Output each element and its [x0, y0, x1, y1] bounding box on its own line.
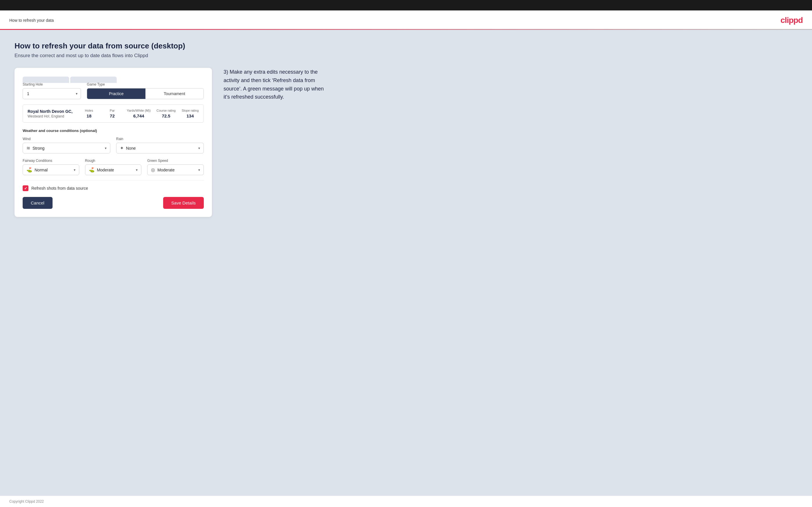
fairway-label: Fairway Conditions	[22, 159, 79, 163]
yards-label: Yards/White (M))	[127, 109, 151, 112]
starting-hole-select[interactable]: 1	[22, 88, 81, 99]
starting-hole-select-wrapper[interactable]: 1 ▾	[22, 88, 81, 99]
rain-value: None	[126, 146, 196, 151]
logo: clippd	[781, 16, 803, 25]
fairway-rough-green-row: Fairway Conditions ⛳ Normal ▾ Rough ⛳	[22, 159, 204, 175]
fairway-select[interactable]: ⛳ Normal ▾	[22, 164, 79, 175]
course-stat-yards: Yards/White (M)) 6,744	[127, 109, 151, 118]
game-type-label: Game Type	[87, 82, 204, 87]
course-stat-course-rating: Course rating 72.5	[156, 109, 175, 118]
fairway-chevron-icon: ▾	[74, 168, 75, 172]
par-label: Par	[104, 109, 121, 112]
rain-chevron-icon: ▾	[198, 146, 200, 150]
course-name: Royal North Devon GC,	[28, 109, 74, 114]
fairway-icon: ⛳	[27, 167, 32, 173]
rain-label: Rain	[116, 137, 204, 141]
course-stat-slope-rating: Slope rating 134	[182, 109, 199, 118]
fairway-value: Normal	[35, 168, 71, 172]
partial-tab-1	[22, 76, 69, 83]
green-speed-chevron-icon: ▾	[198, 168, 200, 172]
game-type-group: Game Type Practice Tournament	[87, 82, 204, 99]
course-info-box: Royal North Devon GC, Westward Ho!, Engl…	[22, 104, 204, 123]
two-col-layout: Starting Hole 1 ▾ Game Type Practice To	[14, 68, 798, 217]
tournament-button[interactable]: Tournament	[145, 89, 204, 99]
par-value: 72	[104, 113, 121, 118]
wind-label: Wind	[22, 137, 110, 141]
wind-rain-row: Wind ≋ Strong ▾ Rain ✦ None	[22, 137, 204, 154]
fairway-group: Fairway Conditions ⛳ Normal ▾	[22, 159, 79, 175]
green-speed-label: Green Speed	[147, 159, 204, 163]
rain-select[interactable]: ✦ None ▾	[116, 143, 204, 154]
course-stat-holes: Holes 18	[81, 109, 98, 118]
conditions-label: Weather and course conditions (optional)	[22, 128, 204, 133]
refresh-checkbox-row: Refresh shots from data source	[22, 185, 204, 191]
wind-select[interactable]: ≋ Strong ▾	[22, 143, 110, 154]
content-area: How to refresh your data from source (de…	[0, 30, 812, 496]
wind-value: Strong	[33, 146, 102, 151]
rough-group: Rough ⛳ Moderate ▾	[85, 159, 142, 175]
rough-select[interactable]: ⛳ Moderate ▾	[85, 164, 142, 175]
green-speed-value: Moderate	[157, 168, 196, 172]
course-rating-label: Course rating	[156, 109, 175, 112]
yards-value: 6,744	[127, 113, 151, 118]
green-speed-group: Green Speed ◎ Moderate ▾	[147, 159, 204, 175]
page-title: How to refresh your data from source (de…	[14, 42, 798, 51]
holes-label: Holes	[81, 109, 98, 112]
save-button[interactable]: Save Details	[163, 197, 204, 209]
green-speed-select[interactable]: ◎ Moderate ▾	[147, 164, 204, 175]
sidebar-description-area: 3) Make any extra edits necessary to the…	[223, 68, 325, 101]
partial-tab-2	[70, 76, 117, 83]
slope-rating-label: Slope rating	[182, 109, 199, 112]
form-actions: Cancel Save Details	[22, 197, 204, 209]
form-card: Starting Hole 1 ▾ Game Type Practice To	[14, 68, 212, 217]
cancel-button[interactable]: Cancel	[22, 197, 53, 209]
wind-chevron-icon: ▾	[105, 146, 107, 150]
page-subtitle: Ensure the correct and most up to date d…	[14, 53, 798, 59]
rain-icon: ✦	[120, 145, 124, 151]
wind-icon: ≋	[27, 145, 30, 151]
rough-icon: ⛳	[89, 167, 95, 173]
footer-text: Copyright Clippd 2022	[9, 500, 44, 504]
practice-button[interactable]: Practice	[87, 89, 145, 99]
course-location: Westward Ho!, England	[28, 114, 74, 118]
wind-group: Wind ≋ Strong ▾	[22, 137, 110, 154]
footer: Copyright Clippd 2022	[0, 496, 812, 507]
main-wrapper: How to refresh your data clippd How to r…	[0, 10, 812, 507]
holes-value: 18	[81, 113, 98, 118]
header-title: How to refresh your data	[9, 18, 54, 22]
header: How to refresh your data clippd	[0, 10, 812, 25]
top-bar	[0, 0, 812, 10]
refresh-checkbox-label: Refresh shots from data source	[31, 186, 88, 190]
starting-hole-game-type-row: Starting Hole 1 ▾ Game Type Practice To	[22, 82, 204, 99]
rough-chevron-icon: ▾	[136, 168, 138, 172]
game-type-toggle: Practice Tournament	[87, 88, 204, 99]
rain-group: Rain ✦ None ▾	[116, 137, 204, 154]
course-rating-value: 72.5	[156, 113, 175, 118]
green-speed-icon: ◎	[151, 167, 155, 173]
course-name-col: Royal North Devon GC, Westward Ho!, Engl…	[28, 109, 74, 118]
slope-rating-value: 134	[182, 113, 199, 118]
conditions-section: Weather and course conditions (optional)…	[22, 128, 204, 175]
partial-tabs	[22, 76, 204, 83]
sidebar-desc: 3) Make any extra edits necessary to the…	[223, 68, 325, 101]
divider	[22, 180, 204, 181]
starting-hole-group: Starting Hole 1 ▾	[22, 82, 81, 99]
rough-label: Rough	[85, 159, 142, 163]
refresh-checkbox[interactable]	[22, 185, 29, 191]
rough-value: Moderate	[97, 168, 134, 172]
course-stat-par: Par 72	[104, 109, 121, 118]
starting-hole-label: Starting Hole	[22, 82, 81, 87]
